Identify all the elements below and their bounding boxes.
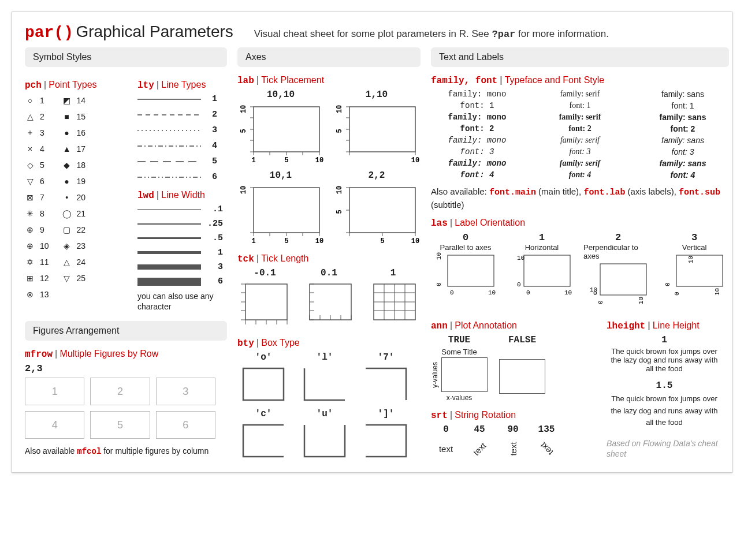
subtitle: Visual cheat sheet for some plot paramet… bbox=[254, 28, 609, 40]
section-symbol-styles: Symbol Styles bbox=[25, 47, 227, 67]
las-row: 0Parallel to axes 10 0 0 10 1Horizontal … bbox=[431, 232, 729, 307]
font-sample: family: sans bbox=[637, 136, 729, 145]
lheight-header: lheight|Line Height bbox=[607, 320, 728, 331]
lwd-item: 1 bbox=[137, 248, 227, 257]
svg-text:1: 1 bbox=[251, 237, 255, 245]
las-item: 1Horizontal 10 0 0 10 bbox=[507, 232, 576, 307]
pch-item: ▽6 bbox=[25, 175, 49, 188]
mfrow-header: mfrow|Multiple Figures by Row bbox=[25, 349, 227, 360]
section-axes: Axes bbox=[237, 47, 421, 67]
font-sample: font: 3 bbox=[637, 147, 729, 156]
font-sample: font: 3 bbox=[534, 147, 626, 156]
font-sample: font: 3 bbox=[431, 147, 523, 156]
svg-rect-6 bbox=[254, 107, 319, 152]
bty-l bbox=[299, 365, 351, 405]
tck-plot-pos bbox=[302, 281, 356, 330]
mfrow-value: 2,3 bbox=[25, 363, 227, 374]
svg-text:10: 10 bbox=[411, 237, 419, 245]
pch-item: •20 bbox=[62, 191, 86, 204]
pch-item: ⊗13 bbox=[25, 288, 49, 301]
font-sample: family: serif bbox=[534, 113, 626, 122]
lty-item: 2 bbox=[137, 110, 227, 120]
srt-item: 135text bbox=[535, 424, 558, 460]
family-header: family, font|Typeface and Font Style bbox=[431, 75, 729, 86]
bty-c bbox=[237, 421, 289, 462]
pch-item: ◆18 bbox=[62, 159, 86, 171]
font-sample: family: mono bbox=[431, 113, 523, 122]
lty-item: 3 bbox=[137, 125, 227, 135]
lty-list: 123456 bbox=[137, 94, 227, 182]
svg-text:10: 10 bbox=[315, 156, 323, 165]
mfrow-cell: 4 bbox=[25, 411, 84, 439]
svg-text:0: 0 bbox=[593, 290, 597, 297]
srt-item: 0text bbox=[434, 424, 457, 460]
pch-item: ✡11 bbox=[25, 256, 49, 268]
svg-rect-96 bbox=[600, 264, 646, 295]
svg-rect-45 bbox=[349, 188, 415, 233]
svg-text:10: 10 bbox=[638, 297, 645, 304]
svg-text:10: 10 bbox=[315, 237, 323, 245]
pch-item: ■15 bbox=[62, 110, 86, 123]
las-item: 0Parallel to axes 10 0 0 10 bbox=[431, 232, 500, 307]
las-header: las|Label Orientation bbox=[431, 218, 729, 229]
font-sample: font: 1 bbox=[637, 101, 729, 110]
svg-text:0: 0 bbox=[597, 300, 604, 304]
title-code: par() bbox=[25, 24, 73, 42]
las-item: 2Perpendicular to axes 10 0 0 10 bbox=[583, 232, 653, 307]
bty-row-1: 'o' 'l' '7' bbox=[237, 352, 421, 405]
svg-text:5: 5 bbox=[336, 129, 344, 133]
ann-true: TRUE Some Title y-values x-values bbox=[431, 335, 488, 402]
pch-item: ⊕9 bbox=[25, 223, 49, 236]
lab-row-2: 10,1 1510 10 2,2 510 105 bbox=[237, 170, 421, 247]
svg-text:10: 10 bbox=[687, 256, 694, 263]
pch-item: ⊠7 bbox=[25, 191, 49, 204]
bty-row-2: 'c' 'u' ']' bbox=[237, 409, 421, 462]
pch-item: ●19 bbox=[62, 175, 86, 188]
pch-item: ◩14 bbox=[62, 94, 86, 107]
bty-header: bty|Box Type bbox=[237, 338, 421, 349]
srt-item: 90text bbox=[501, 424, 524, 460]
svg-rect-101 bbox=[676, 255, 723, 286]
credit: Based on Flowing Data's cheat sheet bbox=[607, 438, 728, 459]
lwd-item: .5 bbox=[137, 233, 227, 243]
font-sample: font: 2 bbox=[637, 124, 729, 133]
mfrow-also: Also available mfcol for multiple figure… bbox=[25, 446, 227, 457]
font-sample: font: 2 bbox=[534, 124, 626, 133]
lty-item: 1 bbox=[137, 94, 227, 104]
font-sample: family: mono bbox=[431, 89, 523, 99]
svg-text:1: 1 bbox=[251, 156, 255, 165]
ann-header: ann|Plot Annotation bbox=[431, 320, 593, 331]
pch-grid: ○1△2＋3×4◇5▽6⊠7✳8⊕9⊕10✡11⊞12⊗13 ◩14■15●16… bbox=[25, 94, 126, 301]
svg-text:5: 5 bbox=[380, 237, 384, 245]
title-row: par() Graphical Parameters Visual cheat … bbox=[25, 23, 719, 42]
pch-item: ◯21 bbox=[62, 207, 86, 220]
lab-row-1: 10,10 1510 105 1,10 10 105 bbox=[237, 89, 421, 166]
bty-bracket bbox=[360, 421, 412, 462]
pch-item: ＋3 bbox=[25, 126, 49, 139]
font-sample: family: sans bbox=[637, 159, 729, 168]
srt-row: 0text45text90text135text bbox=[431, 424, 593, 460]
svg-text:10: 10 bbox=[240, 186, 248, 194]
svg-text:10: 10 bbox=[564, 289, 572, 296]
svg-text:0: 0 bbox=[450, 289, 454, 296]
font-sample: family: serif bbox=[534, 136, 626, 145]
ann-row: TRUE Some Title y-values x-values FALSE bbox=[431, 335, 593, 402]
svg-text:10: 10 bbox=[336, 186, 344, 194]
lty-item: 4 bbox=[137, 141, 227, 151]
font-sample: family: mono bbox=[431, 136, 523, 145]
lab-plot-2-2: 510 105 bbox=[333, 183, 420, 247]
mfrow-cell: 2 bbox=[90, 378, 150, 405]
lty-header: lty|Line Types bbox=[137, 80, 227, 91]
mfrow-cell: 6 bbox=[156, 411, 215, 439]
font-sample: font: 4 bbox=[637, 170, 729, 180]
svg-rect-86 bbox=[448, 255, 494, 286]
svg-text:10: 10 bbox=[436, 252, 442, 260]
pch-item: △2 bbox=[25, 110, 49, 123]
lheight-1: 1 The quick brown fox jumps over the laz… bbox=[607, 335, 722, 374]
pch-header: pch|Point Types bbox=[25, 80, 126, 91]
lab-plot-10-10: 1510 105 bbox=[237, 102, 324, 166]
page-title: par() Graphical Parameters bbox=[25, 23, 233, 42]
lwd-item: 3 bbox=[137, 262, 227, 272]
font-sample: family: sans bbox=[637, 113, 729, 122]
mfrow-cell: 5 bbox=[90, 411, 150, 439]
